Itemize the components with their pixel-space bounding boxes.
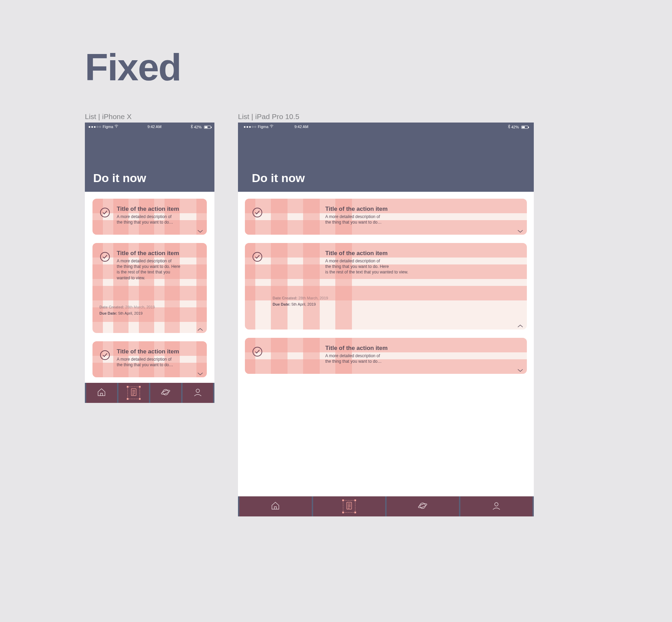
chevron-down-icon[interactable] — [517, 368, 523, 372]
due-label: Due Date: — [273, 302, 290, 306]
header-title: Do it now — [252, 171, 305, 185]
svg-point-8 — [271, 127, 272, 128]
carrier-name: Figma — [103, 125, 113, 129]
status-bar: ●●●○○ Figma 9:42 AM 42% — [238, 123, 534, 129]
check-circle-icon[interactable] — [252, 251, 263, 262]
check-circle-icon[interactable] — [252, 346, 263, 357]
item-meta: Date Created: 28th March, 2019 Due Date:… — [99, 305, 200, 315]
user-icon — [193, 387, 203, 398]
item-meta: Date Created: 28th March, 2019 Due Date:… — [273, 296, 520, 306]
svg-point-9 — [253, 208, 262, 217]
list-item[interactable]: Title of the action item A more detailed… — [245, 338, 527, 374]
check-circle-icon[interactable] — [99, 350, 110, 361]
list-item[interactable]: Title of the action item A more detailed… — [245, 199, 527, 235]
list-item[interactable]: Title of the action item A more detailed… — [245, 243, 527, 330]
status-time: 9:42 AM — [118, 125, 191, 129]
item-desc: A more detailed description of the thing… — [117, 258, 180, 281]
item-title: Title of the action item — [325, 345, 388, 352]
svg-point-15 — [495, 503, 498, 506]
tab-bar — [85, 383, 214, 403]
created-label: Date Created: — [273, 296, 298, 300]
item-title: Title of the action item — [117, 348, 179, 355]
home-icon — [97, 387, 106, 398]
item-desc: A more detailed description of the thing… — [117, 357, 179, 368]
chevron-up-icon[interactable] — [197, 327, 203, 331]
created-value: 28th March, 2019 — [299, 296, 328, 300]
header: ●●●○○ Figma 9:42 AM 42% Do it now — [238, 123, 534, 192]
device-iphone: ●●●○○ Figma 9:42 AM 42% Do it now — [85, 123, 214, 403]
status-time: 9:42 AM — [274, 125, 508, 129]
check-circle-icon[interactable] — [99, 251, 110, 262]
header-title: Do it now — [93, 171, 146, 185]
chevron-down-icon[interactable] — [517, 228, 523, 233]
svg-point-11 — [253, 347, 262, 356]
wifi-icon — [114, 125, 118, 129]
tab-profile[interactable] — [183, 383, 213, 403]
svg-point-1 — [100, 208, 109, 217]
planet-icon — [418, 501, 427, 512]
status-bar: ●●●○○ Figma 9:42 AM 42% — [85, 123, 214, 129]
check-circle-icon[interactable] — [252, 207, 263, 218]
wifi-icon — [269, 125, 274, 129]
item-desc: A more detailed description of the thing… — [325, 258, 408, 275]
svg-point-0 — [116, 127, 117, 128]
user-icon — [492, 501, 501, 512]
list-item[interactable]: Title of the action item A more detailed… — [92, 199, 207, 235]
svg-point-2 — [100, 252, 109, 261]
frame-label-iphone: List | iPhone X — [85, 112, 132, 121]
due-label: Due Date: — [99, 311, 117, 315]
battery-icon — [204, 126, 211, 129]
list-item[interactable]: Title of the action item A more detailed… — [92, 341, 207, 377]
tab-profile[interactable] — [460, 496, 533, 516]
selection-box — [343, 500, 355, 513]
item-desc: A more detailed description of the thing… — [325, 214, 388, 225]
tab-list[interactable] — [313, 496, 386, 516]
list-item[interactable]: Title of the action item A more detailed… — [92, 243, 207, 333]
chevron-down-icon[interactable] — [197, 371, 203, 375]
check-circle-icon[interactable] — [99, 207, 110, 218]
signal-dots: ●●●○○ — [244, 125, 257, 129]
due-value: 5th April, 2019 — [118, 311, 142, 315]
battery-pct: 42% — [194, 125, 202, 129]
header: ●●●○○ Figma 9:42 AM 42% Do it now — [85, 123, 214, 192]
device-ipad: ●●●○○ Figma 9:42 AM 42% Do it now — [238, 123, 534, 516]
carrier-name: Figma — [258, 125, 268, 129]
list[interactable]: Title of the action item A more detailed… — [238, 192, 534, 374]
tab-explore[interactable] — [150, 383, 181, 403]
bluetooth-icon — [508, 125, 511, 129]
item-title: Title of the action item — [117, 206, 179, 213]
svg-point-3 — [100, 351, 109, 360]
svg-point-6 — [161, 389, 170, 395]
battery-icon — [521, 126, 528, 129]
home-icon — [271, 501, 280, 512]
item-title: Title of the action item — [325, 206, 388, 213]
created-label: Date Created: — [99, 305, 124, 309]
due-value: 5th April, 2019 — [291, 302, 316, 306]
svg-point-7 — [196, 389, 200, 393]
list[interactable]: Title of the action item A more detailed… — [85, 192, 214, 383]
chevron-down-icon[interactable] — [197, 228, 203, 233]
tab-explore[interactable] — [387, 496, 459, 516]
item-desc: A more detailed description of the thing… — [325, 353, 388, 364]
battery-pct: 42% — [511, 125, 519, 129]
tab-home[interactable] — [86, 383, 117, 403]
section-title: Fixed — [85, 45, 181, 89]
tab-list[interactable] — [118, 383, 149, 403]
chevron-up-icon[interactable] — [517, 323, 523, 327]
svg-point-14 — [418, 503, 427, 508]
frame-label-ipad: List | iPad Pro 10.5 — [238, 112, 299, 121]
selection-box — [127, 387, 140, 399]
item-title: Title of the action item — [117, 250, 180, 257]
bluetooth-icon — [191, 125, 194, 129]
created-value: 28th March, 2019 — [125, 305, 155, 309]
signal-dots: ●●●○○ — [88, 125, 101, 129]
svg-point-10 — [253, 252, 262, 261]
item-title: Title of the action item — [325, 250, 408, 257]
planet-icon — [161, 387, 170, 398]
tab-home[interactable] — [239, 496, 312, 516]
tab-bar — [238, 496, 534, 516]
item-desc: A more detailed description of the thing… — [117, 214, 179, 225]
